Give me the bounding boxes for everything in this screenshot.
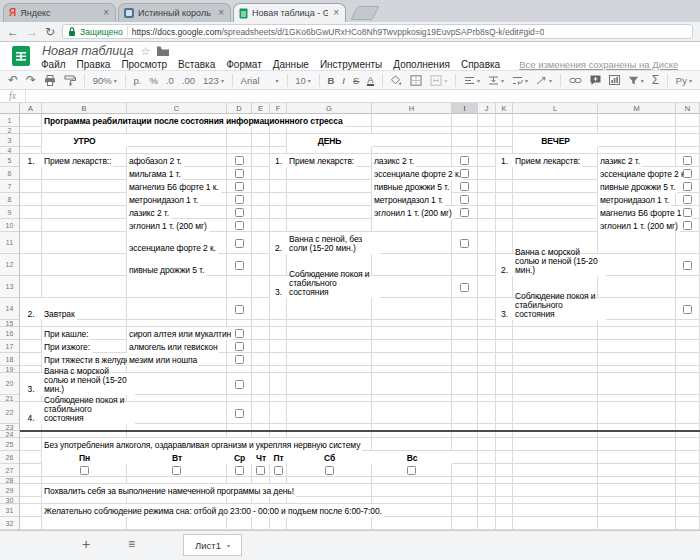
- checkbox-D16[interactable]: [235, 329, 244, 338]
- italic-button[interactable]: I: [342, 75, 345, 86]
- cell-B29[interactable]: Похвалить себя за выполнение намеченной …: [42, 484, 296, 497]
- cell-B17[interactable]: При изжоге:: [42, 340, 92, 353]
- checkbox-N7[interactable]: [683, 182, 692, 191]
- strikethrough-button[interactable]: S: [353, 75, 359, 86]
- checkbox-N5[interactable]: [683, 156, 692, 165]
- row-header-26[interactable]: 26: [0, 451, 20, 464]
- cell-D26[interactable]: Ср: [227, 451, 252, 464]
- cell-C18[interactable]: мезим или ношпа: [127, 353, 199, 366]
- font-size-select[interactable]: 10▾: [295, 75, 311, 86]
- menu-help[interactable]: Справка: [461, 59, 500, 70]
- percent-format-button[interactable]: %: [149, 75, 157, 86]
- row-header-14[interactable]: 14: [0, 298, 20, 320]
- column-header-K[interactable]: K: [496, 103, 513, 114]
- close-icon[interactable]: ×: [102, 8, 110, 18]
- checkbox-C27[interactable]: [172, 466, 181, 475]
- cell-B14[interactable]: Завтрак: [42, 298, 77, 320]
- row-header-11[interactable]: 11: [0, 232, 20, 254]
- save-status-link[interactable]: Все изменения сохранены на Диске: [519, 59, 678, 70]
- cell-K14[interactable]: 3.: [496, 298, 513, 320]
- row-header-21[interactable]: 21: [0, 395, 20, 402]
- checkbox-H27[interactable]: [407, 466, 416, 475]
- borders-button[interactable]: [410, 75, 422, 86]
- row-header-3[interactable]: 3: [0, 134, 20, 147]
- cell-M7[interactable]: пивные дрожжи 5 т.: [598, 180, 677, 193]
- row-header-29[interactable]: 29: [0, 484, 20, 497]
- row-header-28[interactable]: 28: [0, 477, 20, 484]
- cell-G13[interactable]: Соблюдение покоя и стабильного состояния: [287, 276, 380, 298]
- text-wrap-button[interactable]: ▾: [512, 76, 528, 85]
- checkbox-I8[interactable]: [460, 195, 469, 204]
- functions-button[interactable]: Σ: [652, 74, 659, 86]
- cell-K12[interactable]: 2.: [496, 254, 513, 276]
- column-header-H[interactable]: H: [372, 103, 452, 114]
- zoom-select[interactable]: 90%▾: [93, 75, 117, 86]
- redo-button[interactable]: ↷: [26, 74, 36, 86]
- cell-B22[interactable]: Соблюдение покоя и стабильного состояния: [42, 402, 135, 424]
- column-header-G[interactable]: G: [287, 103, 372, 114]
- insert-link-button[interactable]: [569, 76, 582, 85]
- menu-edit[interactable]: Правка: [77, 59, 111, 70]
- cell-F13[interactable]: 3.: [270, 276, 287, 298]
- cell-B1[interactable]: Программа реабилитации после состояния и…: [42, 114, 345, 127]
- cell-A5[interactable]: 1.: [20, 154, 42, 167]
- row-header-13[interactable]: 13: [0, 276, 20, 298]
- row-header-24[interactable]: 24: [0, 431, 20, 438]
- checkbox-D9[interactable]: [235, 208, 244, 217]
- cell-C7[interactable]: магнелиз Б6 форте 1 к.: [127, 180, 221, 193]
- cell-H26[interactable]: Вс: [372, 451, 452, 464]
- column-header-B[interactable]: B: [42, 103, 127, 114]
- grid-corner[interactable]: [0, 103, 20, 114]
- cell-F26[interactable]: Пт: [270, 451, 287, 464]
- close-icon[interactable]: ×: [332, 8, 340, 18]
- close-icon[interactable]: ×: [217, 8, 225, 18]
- menu-tools[interactable]: Инструменты: [320, 59, 382, 70]
- cell-M10[interactable]: эглонил 1 т. (200 мг): [598, 219, 680, 232]
- cell-C6[interactable]: мильгама 1 т.: [127, 167, 183, 180]
- checkbox-N14[interactable]: [683, 305, 692, 314]
- cell-M5[interactable]: лазикс 2 т.: [598, 154, 642, 167]
- star-icon[interactable]: ☆: [141, 45, 151, 58]
- browser-tab-2[interactable]: Новая таблица - Googl×: [233, 3, 346, 22]
- checkbox-D8[interactable]: [235, 195, 244, 204]
- insert-comment-button[interactable]: [590, 75, 601, 85]
- text-color-button[interactable]: A: [367, 75, 373, 86]
- checkbox-E27[interactable]: [256, 466, 265, 475]
- column-header-D[interactable]: D: [227, 103, 252, 114]
- menu-data[interactable]: Данные: [273, 59, 309, 70]
- row-header-8[interactable]: 8: [0, 193, 20, 206]
- cell-M6[interactable]: эссенциале форте 2 к.: [598, 167, 689, 180]
- sheet-tab-menu-icon[interactable]: ▾: [227, 542, 230, 549]
- menu-addons[interactable]: Дополнения: [393, 59, 450, 70]
- cell-L5[interactable]: Прием лекарств:: [513, 154, 582, 167]
- paint-format-button[interactable]: [64, 75, 76, 86]
- checkbox-I6[interactable]: [460, 169, 469, 178]
- column-header-C[interactable]: C: [127, 103, 227, 114]
- row-header-27[interactable]: 27: [0, 464, 20, 477]
- checkbox-I9[interactable]: [460, 208, 469, 217]
- cell-A20[interactable]: 3.: [20, 373, 42, 395]
- cell-G3[interactable]: ДЕНЬ: [287, 134, 372, 147]
- cell-M9[interactable]: магнелиз Б6 форте 1 к.: [598, 206, 692, 219]
- row-header-32[interactable]: 32: [0, 517, 20, 530]
- checkbox-I13[interactable]: [460, 283, 469, 292]
- insert-chart-button[interactable]: [609, 75, 620, 85]
- row-header-12[interactable]: 12: [0, 254, 20, 276]
- document-title[interactable]: Новая таблица: [42, 44, 134, 58]
- checkbox-D17[interactable]: [235, 342, 244, 351]
- cell-L3[interactable]: ВЕЧЕР: [513, 134, 598, 147]
- cell-B18[interactable]: При тяжести в желудке:: [42, 353, 138, 366]
- horizontal-align-button[interactable]: ▾: [464, 76, 480, 85]
- checkbox-I11[interactable]: [460, 239, 469, 248]
- cell-H7[interactable]: пивные дрожжи 5 т.: [372, 180, 451, 193]
- cell-F5[interactable]: 1.: [270, 154, 287, 167]
- column-header-J[interactable]: J: [478, 103, 496, 114]
- checkbox-N12[interactable]: [683, 261, 692, 270]
- cell-M8[interactable]: метронидазол 1 т.: [598, 193, 671, 206]
- number-format-button[interactable]: 123▾: [203, 75, 224, 86]
- url-text[interactable]: https://docs.google.com/spreadsheets/d/1…: [132, 27, 545, 37]
- cell-C10[interactable]: эглонил 1 т. (200 мг): [127, 219, 209, 232]
- decrease-decimal-button[interactable]: .0: [166, 75, 174, 86]
- checkbox-D27[interactable]: [235, 466, 244, 475]
- cell-G26[interactable]: Сб: [287, 451, 372, 464]
